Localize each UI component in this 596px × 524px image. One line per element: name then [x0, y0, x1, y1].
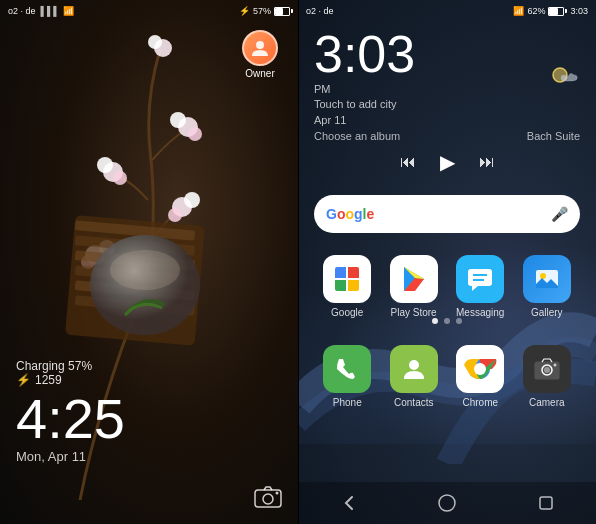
- left-bluetooth-icon: ⚡: [239, 6, 250, 16]
- clock-ampm: PM: [314, 82, 397, 97]
- clock-time: 3:03: [314, 28, 415, 80]
- app-label-camera: Camera: [529, 397, 565, 408]
- app-icon-messaging[interactable]: Messaging: [456, 255, 504, 318]
- app-icon-contacts[interactable]: Contacts: [390, 345, 438, 408]
- avatar[interactable]: [242, 30, 278, 66]
- back-button[interactable]: [328, 483, 368, 523]
- steps-icon: ⚡: [16, 373, 31, 387]
- clock-widget[interactable]: 3:03 PM Touch to add city Apr 11: [314, 28, 580, 128]
- left-date: Mon, Apr 11: [16, 449, 125, 464]
- app-label-chrome: Chrome: [462, 397, 498, 408]
- svg-point-4: [184, 192, 200, 208]
- svg-point-23: [256, 41, 264, 49]
- app-icon-google[interactable]: Google: [323, 255, 371, 318]
- left-signal-icon: ▌▌▌: [41, 6, 60, 16]
- left-bottom-info: Charging 57% ⚡ 1259 4:25 Mon, Apr 11: [16, 359, 125, 464]
- music-buttons-row: ⏮ ▶ ⏭: [314, 150, 580, 174]
- left-battery-icon: [274, 7, 290, 16]
- svg-point-22: [110, 250, 180, 290]
- page-dots: [298, 318, 596, 324]
- person-icon: [250, 38, 270, 58]
- app-icon-gallery[interactable]: Gallery: [523, 255, 571, 318]
- left-wifi-icon: 📶: [63, 6, 74, 16]
- page-dot-3: [456, 318, 462, 324]
- steps-text: ⚡ 1259: [16, 373, 125, 387]
- app-icons-row2: Phone Contacts: [314, 345, 580, 408]
- clock-touch-hint: Touch to add city: [314, 97, 397, 112]
- left-status-left: o2 · de ▌▌▌ 📶: [8, 6, 74, 16]
- svg-point-8: [113, 171, 127, 185]
- right-carrier: o2 · de: [306, 6, 334, 16]
- owner-label: Owner: [245, 68, 274, 79]
- steps-count: 1259: [35, 373, 62, 387]
- google-icon: [335, 267, 359, 291]
- owner-avatar-container[interactable]: Owner: [242, 30, 278, 79]
- svg-point-5: [168, 208, 182, 222]
- svg-point-26: [276, 492, 279, 495]
- camera-app-icon: [533, 355, 561, 383]
- svg-point-13: [148, 35, 162, 49]
- svg-point-11: [188, 127, 202, 141]
- google-logo: Google: [326, 206, 374, 222]
- play-button[interactable]: ▶: [440, 150, 455, 174]
- weather-svg: [548, 63, 580, 87]
- svg-point-40: [544, 367, 550, 373]
- page-dot-1: [432, 318, 438, 324]
- svg-point-34: [409, 360, 419, 370]
- gallery-icon: [533, 265, 561, 293]
- chrome-icon: [462, 351, 498, 387]
- charging-text: Charging 57%: [16, 359, 125, 373]
- svg-point-10: [170, 112, 186, 128]
- next-button[interactable]: ⏭: [479, 153, 495, 171]
- phone-icon: [333, 355, 361, 383]
- recents-icon: [536, 493, 556, 513]
- app-icon-phone[interactable]: Phone: [323, 345, 371, 408]
- clock-ampm-date: PM Touch to add city Apr 11: [314, 82, 397, 128]
- music-controls: Choose an album Bach Suite ⏮ ▶ ⏭: [314, 130, 580, 174]
- phone-divider: [298, 0, 299, 524]
- left-status-bar: o2 · de ▌▌▌ 📶 ⚡ 57%: [0, 0, 298, 22]
- weather-icon: [548, 63, 580, 91]
- search-bar[interactable]: Google 🎤: [314, 195, 580, 233]
- app-icon-playstore[interactable]: Play Store: [390, 255, 438, 318]
- left-clock: 4:25: [16, 391, 125, 447]
- music-track-name: Bach Suite: [527, 130, 580, 142]
- music-top-row: Choose an album Bach Suite: [314, 130, 580, 142]
- mic-icon[interactable]: 🎤: [551, 206, 568, 222]
- svg-point-42: [439, 495, 455, 511]
- svg-rect-43: [540, 497, 552, 509]
- left-phone-screen: o2 · de ▌▌▌ 📶 ⚡ 57% Owner Charging 57% ⚡…: [0, 0, 298, 524]
- right-clock-status: 3:03: [570, 6, 588, 16]
- svg-point-7: [97, 157, 113, 173]
- app-label-google: Google: [331, 307, 363, 318]
- clock-detail: PM Touch to add city Apr 11: [314, 82, 415, 128]
- right-battery-icon: [548, 7, 564, 16]
- playstore-icon: [396, 261, 432, 297]
- app-label-contacts: Contacts: [394, 397, 433, 408]
- left-status-right: ⚡ 57%: [239, 6, 290, 16]
- right-status-bar: o2 · de 📶 62% 3:03: [298, 0, 596, 22]
- right-battery-fill: [549, 8, 558, 15]
- prev-button[interactable]: ⏮: [400, 153, 416, 171]
- app-label-gallery: Gallery: [531, 307, 563, 318]
- camera-svg: [254, 486, 282, 508]
- left-battery-fill: [275, 8, 283, 15]
- app-label-messaging: Messaging: [456, 307, 504, 318]
- recents-button[interactable]: [526, 483, 566, 523]
- nav-bar: [298, 482, 596, 524]
- music-choose-label: Choose an album: [314, 130, 400, 142]
- left-carrier: o2 · de: [8, 6, 36, 16]
- app-icon-camera[interactable]: Camera: [523, 345, 571, 408]
- camera-icon[interactable]: [254, 486, 282, 508]
- back-icon: [338, 493, 358, 513]
- app-label-phone: Phone: [333, 397, 362, 408]
- app-icon-chrome[interactable]: Chrome: [456, 345, 504, 408]
- app-icons-row1: Google Play Store: [314, 255, 580, 318]
- clock-display: 3:03 PM Touch to add city Apr 11: [314, 28, 415, 128]
- right-bluetooth-icon: 📶: [513, 6, 524, 16]
- left-battery-text: 57%: [253, 6, 271, 16]
- svg-point-25: [263, 494, 273, 504]
- home-icon: [437, 493, 457, 513]
- svg-point-41: [553, 364, 556, 367]
- home-button[interactable]: [427, 483, 467, 523]
